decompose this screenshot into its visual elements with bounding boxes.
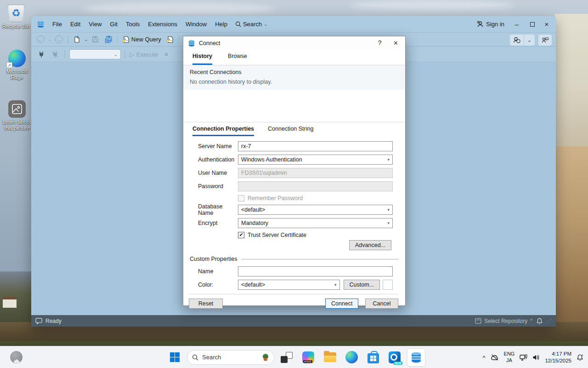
chevron-down-icon[interactable]: ⌄	[48, 37, 51, 42]
plug-disconnect-icon	[52, 51, 58, 58]
taskbar-file-explorer[interactable]	[321, 348, 339, 367]
disconnect-button[interactable]	[50, 49, 61, 60]
volume-icon[interactable]	[532, 354, 540, 361]
cancel-button[interactable]: Cancel	[365, 299, 398, 309]
title-bar: File Edit View Git Tools Extensions Wind…	[31, 16, 556, 32]
toolbar-separator	[117, 35, 118, 44]
authentication-dropdown[interactable]: Windows Authentication ▾	[238, 155, 393, 165]
chevron-down-icon[interactable]: ⌄	[84, 37, 88, 42]
user-name-input	[238, 168, 393, 178]
feedback-button[interactable]	[538, 34, 552, 46]
taskbar-outlook[interactable]: NEW	[385, 348, 404, 367]
wallpaper-cliff	[555, 146, 588, 330]
custom-color-button[interactable]: Custom...	[344, 280, 380, 290]
tab-connection-properties[interactable]: Connection Properties	[192, 126, 254, 136]
encrypt-label: Encrypt	[198, 220, 238, 226]
chevron-down-icon: ⌄	[527, 37, 531, 43]
menu-help[interactable]: Help	[211, 19, 232, 29]
save-all-icon	[105, 36, 112, 43]
connect-object-explorer-button[interactable]	[36, 49, 47, 60]
color-swatch[interactable]	[383, 280, 393, 290]
color-dropdown[interactable]: <default> ▾	[238, 280, 340, 290]
menu-git[interactable]: Git	[106, 19, 122, 29]
onedrive-offline-icon[interactable]	[491, 354, 499, 361]
taskbar-copilot-m365[interactable]: M365	[299, 348, 317, 367]
stop-button[interactable]: ■	[161, 49, 172, 60]
authentication-label: Authentication	[198, 156, 238, 163]
new-query-button[interactable]: New Query	[121, 34, 163, 45]
tray-expand-button[interactable]: ^	[482, 354, 485, 361]
start-button[interactable]	[165, 348, 184, 367]
remember-password-checkbox	[238, 195, 244, 201]
advanced-button[interactable]: Advanced...	[349, 240, 391, 250]
wallpaper-house	[3, 297, 17, 308]
widgets-weather-button[interactable]	[10, 351, 23, 363]
copilot-m365-icon: M365	[302, 351, 314, 363]
taskbar-ssms-active[interactable]	[407, 348, 425, 367]
recent-connections-empty-message: No connection history to display.	[190, 79, 405, 85]
new-file-button[interactable]	[71, 34, 82, 45]
save-button[interactable]	[90, 34, 101, 45]
recent-connections-section: Recent Connections No connection history…	[183, 65, 405, 90]
task-view-button[interactable]	[277, 348, 296, 367]
outlook-icon: NEW	[389, 351, 401, 363]
color-value: <default>	[241, 282, 265, 288]
recent-connections-empty-area	[183, 90, 405, 122]
menu-file[interactable]: File	[48, 19, 66, 29]
cloud-icon	[13, 359, 20, 363]
custom-properties-group: Custom Properties	[190, 256, 399, 262]
desktop-icon-learn-about-picture[interactable]: Learn about this picture	[2, 100, 32, 131]
desktop-icon-recycle-bin[interactable]: ♻ Recycle Bin	[1, 5, 31, 29]
navigate-forward-button[interactable]: →	[53, 34, 64, 45]
dialog-close-button[interactable]: ×	[394, 39, 398, 47]
remember-password-label: Remember Password	[248, 195, 303, 201]
server-name-input[interactable]	[238, 141, 393, 151]
language-indicator[interactable]: ENG JA	[504, 351, 515, 364]
notification-dnd-icon[interactable]: z	[577, 354, 584, 361]
dialog-help-button[interactable]: ?	[378, 39, 382, 47]
execute-button[interactable]: ▷ Execute	[130, 51, 158, 58]
sign-in-button[interactable]: Sign in	[472, 21, 509, 28]
clock-date: 12/15/2025	[545, 357, 571, 364]
taskbar-search-box[interactable]: Search	[187, 350, 274, 365]
reset-button[interactable]: Reset	[189, 299, 223, 309]
taskbar-clock[interactable]: 4:17 PM 12/15/2025	[545, 351, 571, 364]
taskbar-edge[interactable]	[342, 348, 361, 367]
maximize-button[interactable]	[525, 17, 540, 31]
tab-connection-string[interactable]: Connection String	[268, 126, 313, 136]
database-selector-dropdown[interactable]: ⌄	[69, 49, 121, 59]
save-all-button[interactable]	[103, 34, 114, 45]
resize-grip[interactable]: ⋰	[547, 318, 552, 324]
check-icon: ✔	[239, 232, 243, 238]
language-top: ENG	[504, 351, 515, 357]
menu-edit[interactable]: Edit	[66, 19, 85, 29]
custom-name-label: Name	[198, 268, 238, 275]
desktop-icon-microsoft-edge[interactable]: ↗ Microsoft Edge	[2, 50, 32, 80]
notifications-bell-icon[interactable]	[537, 318, 543, 324]
tab-history[interactable]: History	[192, 53, 212, 65]
accounts-button[interactable]	[510, 34, 524, 46]
menu-window[interactable]: Window	[181, 19, 211, 29]
search-icon	[235, 21, 241, 27]
network-icon[interactable]	[520, 354, 527, 361]
menu-extensions[interactable]: Extensions	[144, 19, 181, 29]
navigate-back-button[interactable]: ←	[35, 34, 46, 45]
minimize-button[interactable]: –	[509, 17, 525, 31]
history-browse-tabs: History Browse	[183, 50, 405, 65]
dialog-title: Connect	[199, 40, 220, 46]
menu-tools[interactable]: Tools	[122, 19, 144, 29]
trust-server-certificate-checkbox[interactable]: ✔	[238, 232, 244, 238]
menu-search[interactable]: Search ⌄	[232, 19, 271, 29]
database-name-dropdown[interactable]: <default> ▾	[238, 205, 393, 215]
accounts-dropdown-button[interactable]: ⌄	[524, 34, 535, 46]
select-repository-button[interactable]: Select Repository ^	[475, 318, 532, 324]
menu-view[interactable]: View	[85, 19, 106, 29]
close-button[interactable]: ×	[540, 17, 556, 31]
tab-browse[interactable]: Browse	[228, 53, 247, 65]
open-query-button[interactable]	[164, 34, 175, 45]
encrypt-dropdown[interactable]: Mandatory ▾	[238, 218, 393, 228]
connect-button[interactable]: Connect	[325, 299, 358, 309]
custom-name-input[interactable]	[238, 266, 393, 276]
search-menu-label: Search	[243, 21, 262, 28]
taskbar-store[interactable]	[364, 348, 382, 367]
